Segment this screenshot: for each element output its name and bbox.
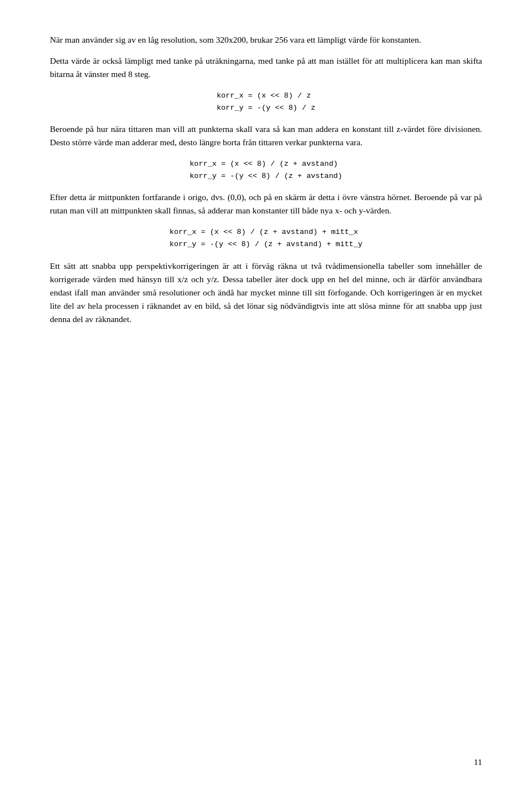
page-number: 11 (474, 756, 482, 769)
code-block-1: korr_x = (x << 8) / z korr_y = -(y << 8)… (217, 90, 315, 114)
paragraph-2: Detta värde är också lämpligt med tanke … (50, 54, 482, 81)
paragraph-1: När man använder sig av en låg resolutio… (50, 33, 482, 47)
page: När man använder sig av en låg resolutio… (0, 0, 532, 791)
code-block-2: korr_x = (x << 8) / (z + avstand) korr_y… (190, 158, 342, 182)
paragraph-5: Ett sätt att snabba upp perspektivkorrig… (50, 259, 482, 326)
paragraph-3: Beroende på hur nära tittaren man vill a… (50, 123, 482, 149)
paragraph-4: Efter detta är mittpunkten fortfarande i… (50, 191, 482, 217)
code-block-3: korr_x = (x << 8) / (z + avstand) + mitt… (170, 226, 362, 250)
